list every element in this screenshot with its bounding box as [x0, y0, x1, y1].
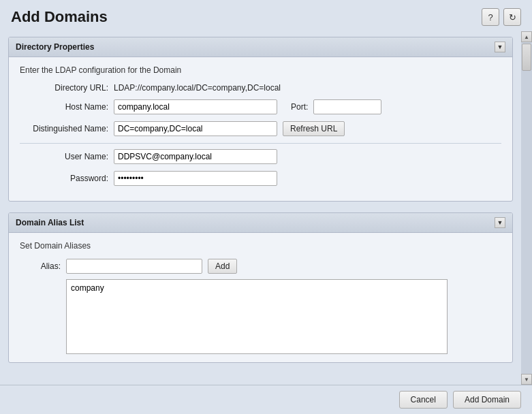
list-item: company	[69, 283, 444, 293]
directory-properties-header: Directory Properties ▼	[9, 37, 512, 57]
port-label: Port:	[291, 102, 308, 112]
directory-url-value: LDAP://company.local/DC=company,DC=local	[114, 83, 281, 93]
help-icon: ?	[488, 12, 492, 22]
header-icons: ? ↻	[482, 8, 521, 26]
help-button[interactable]: ?	[482, 8, 499, 26]
domain-alias-title: Domain Alias List	[16, 218, 84, 227]
password-row: Password:	[20, 171, 501, 186]
footer: Cancel Add Domain	[0, 385, 532, 414]
dn-input[interactable]	[114, 121, 277, 136]
refresh-button[interactable]: ↻	[503, 8, 521, 26]
username-row: User Name:	[20, 149, 501, 164]
scrollable-content: Directory Properties ▼ Enter the LDAP co…	[0, 31, 521, 385]
refresh-icon: ↻	[509, 12, 516, 22]
username-input[interactable]	[114, 149, 277, 164]
scrollbar-down-btn[interactable]: ▼	[521, 374, 532, 385]
scrollbar-track: ▲ ▼	[521, 31, 532, 385]
username-label: User Name:	[20, 152, 108, 161]
add-domain-button[interactable]: Add Domain	[453, 391, 521, 409]
domain-alias-collapse-btn[interactable]: ▼	[495, 217, 505, 228]
domain-alias-desc: Set Domain Aliases	[20, 241, 501, 251]
directory-properties-desc: Enter the LDAP configuration for the Dom…	[20, 65, 501, 75]
directory-properties-collapse-btn[interactable]: ▼	[495, 42, 505, 52]
domain-alias-header: Domain Alias List ▼	[9, 213, 512, 233]
password-input[interactable]	[114, 171, 277, 186]
scrollbar-up-btn[interactable]: ▲	[521, 31, 532, 42]
directory-properties-title: Directory Properties	[16, 42, 94, 52]
alias-label: Alias:	[20, 261, 61, 271]
refresh-url-button[interactable]: Refresh URL	[283, 121, 345, 136]
directory-properties-body: Enter the LDAP configuration for the Dom…	[9, 57, 512, 201]
hostname-input[interactable]	[114, 99, 277, 114]
dn-label: Distinguished Name:	[20, 124, 108, 133]
divider	[20, 143, 501, 144]
hostname-label: Host Name:	[20, 102, 108, 112]
content-area: Directory Properties ▼ Enter the LDAP co…	[0, 31, 532, 385]
scrollbar-thumb[interactable]	[522, 44, 531, 71]
password-label: Password:	[20, 174, 108, 183]
domain-alias-collapse-icon: ▼	[497, 219, 503, 226]
add-alias-button[interactable]: Add	[208, 259, 237, 274]
port-input[interactable]	[313, 99, 381, 114]
alias-input[interactable]	[66, 259, 202, 274]
header: Add Domains ? ↻	[0, 0, 532, 31]
alias-list-box: company	[66, 279, 448, 354]
domain-alias-body: Set Domain Aliases Alias: Add company	[9, 233, 512, 362]
main-container: Add Domains ? ↻ Directory Properties ▼	[0, 0, 532, 414]
collapse-icon: ▼	[497, 44, 503, 50]
directory-url-label: Directory URL:	[20, 83, 108, 93]
directory-url-row: Directory URL: LDAP://company.local/DC=c…	[20, 83, 501, 93]
directory-properties-panel: Directory Properties ▼ Enter the LDAP co…	[8, 37, 513, 202]
domain-alias-panel: Domain Alias List ▼ Set Domain Aliases A…	[8, 212, 513, 363]
dn-row: Distinguished Name: Refresh URL	[20, 121, 501, 136]
alias-input-row: Alias: Add	[20, 259, 501, 274]
page-title: Add Domains	[11, 8, 108, 26]
cancel-button[interactable]: Cancel	[399, 391, 448, 409]
hostname-row: Host Name: Port:	[20, 99, 501, 114]
